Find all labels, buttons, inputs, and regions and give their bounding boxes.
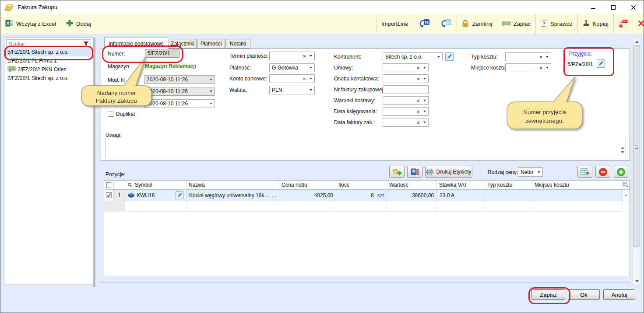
- invoice-list-item[interactable]: 5/FZ/20/1 Sitech sp. z o.o.: [5, 48, 92, 56]
- column-chooser-button[interactable]: [623, 181, 630, 190]
- osoba-dropdown[interactable]: ×: [383, 74, 429, 83]
- close-document-button[interactable]: Zamknij: [457, 14, 497, 34]
- generate-pz-button[interactable]: PZ: [413, 14, 435, 34]
- empty-cell[interactable]: [336, 201, 387, 212]
- clear-icon[interactable]: ×: [303, 76, 306, 82]
- ilosc-cell[interactable]: 8 szt: [336, 190, 387, 201]
- header-stawka-vat[interactable]: Stawka VAT: [437, 181, 485, 190]
- scrollbar-thumb[interactable]: [633, 45, 640, 247]
- textarea-scroll-up-icon[interactable]: [621, 139, 624, 147]
- cancel-button[interactable]: Anuluj: [603, 289, 635, 300]
- header-cena-netto[interactable]: Cena netto: [279, 181, 336, 190]
- nazwa-cell[interactable]: Kocioł węglowy uniwersalny 16k... ...: [187, 190, 279, 201]
- umowy-dropdown[interactable]: ×: [383, 63, 429, 72]
- search-input[interactable]: [7, 41, 83, 47]
- empty-cell[interactable]: [279, 201, 336, 212]
- empty-cell[interactable]: [387, 201, 437, 212]
- save-button[interactable]: Zapisz: [531, 289, 565, 300]
- termin-dropdown[interactable]: ×: [269, 52, 315, 60]
- clear-icon[interactable]: ×: [416, 76, 420, 82]
- nazwa-ellipsis-button[interactable]: ...: [272, 192, 276, 198]
- empty-cell[interactable]: [532, 201, 623, 212]
- kontrahent-edit-button[interactable]: [445, 52, 454, 61]
- przyjecia-edit-button[interactable]: [597, 59, 605, 68]
- export-excel-button[interactable]: [577, 166, 592, 178]
- copy-button[interactable]: Kopiuj: [578, 14, 613, 34]
- clear-icon[interactable]: ×: [416, 98, 420, 104]
- nr-faktury-input[interactable]: [383, 85, 429, 94]
- pay-button[interactable]: Zapłać: [497, 14, 535, 34]
- close-button[interactable]: [623, 0, 644, 14]
- header-select-all[interactable]: [104, 181, 114, 190]
- clear-icon[interactable]: ×: [539, 54, 542, 60]
- stawka-vat-cell[interactable]: 23,0 A: [437, 190, 485, 201]
- fzk-document-button[interactable]: FZK!: [614, 14, 633, 34]
- symbol-edit-button[interactable]: [176, 191, 183, 199]
- przyjecia-value[interactable]: 5/PZa/20/1: [567, 61, 593, 67]
- duplikat-checkbox[interactable]: [108, 111, 113, 117]
- clear-icon[interactable]: ×: [416, 109, 420, 115]
- importline-button[interactable]: ImportLine: [377, 14, 413, 34]
- typ-kosztu-cell[interactable]: [485, 190, 532, 201]
- tab-zalaczniki[interactable]: Załączniki: [169, 39, 197, 49]
- row-checkbox[interactable]: [106, 192, 112, 198]
- miejsce-kosztu-dropdown[interactable]: ×: [505, 63, 551, 72]
- main-scrollbar[interactable]: [633, 38, 641, 285]
- kontrahent-dropdown[interactable]: Sitech sp. z o.o.: [383, 52, 443, 61]
- header-typ-kosztu[interactable]: Typ kosztu: [485, 181, 532, 190]
- tab-platnosci[interactable]: Płatności: [197, 39, 225, 49]
- tab-informacje-podstawowe[interactable]: Informacje podstawowe: [104, 38, 168, 49]
- ok-button[interactable]: Ok: [568, 289, 600, 300]
- invoice-list-item[interactable]: 1/FZ/20/1 PL Firma 1: [5, 56, 92, 65]
- remove-row-button[interactable]: [595, 166, 610, 178]
- maximize-button[interactable]: [603, 0, 623, 14]
- print-labels-button[interactable]: Drukuj Etykiety: [425, 166, 472, 178]
- empty-cell[interactable]: [187, 201, 279, 212]
- empty-cell[interactable]: [437, 201, 485, 212]
- header-miejsce-kosztu[interactable]: Miejsce kosztu: [532, 181, 623, 190]
- generate-zd-button[interactable]: ZD: [435, 14, 457, 34]
- scroll-down-button[interactable]: [633, 278, 640, 285]
- table-scroll-up[interactable]: [623, 190, 630, 201]
- select-all-checkbox[interactable]: [106, 182, 111, 188]
- rodzaj-ceny-dropdown[interactable]: Netto: [518, 167, 543, 177]
- invoice-list-item[interactable]: 2/FZ/20/2 PKN Orlen: [5, 65, 92, 74]
- delete-button[interactable]: Usuń: [633, 14, 644, 34]
- filter-funnel-icon[interactable]: [83, 41, 89, 47]
- platnosc-dropdown[interactable]: G Gotówka: [269, 63, 315, 72]
- clear-icon[interactable]: ×: [416, 65, 420, 71]
- minimize-button[interactable]: [583, 0, 603, 14]
- wartosc-cell[interactable]: 38600,00: [387, 190, 437, 201]
- add-row-button[interactable]: [614, 166, 628, 178]
- empty-cell[interactable]: [485, 201, 532, 212]
- data-faktury-dropdown[interactable]: ×: [383, 118, 429, 127]
- waluta-dropdown[interactable]: PLN: [269, 86, 315, 94]
- clear-icon[interactable]: ×: [303, 53, 306, 59]
- barcode-device-button[interactable]: [407, 166, 422, 178]
- typ-kosztu-dropdown[interactable]: ×: [505, 52, 551, 61]
- chevron-down-icon: [423, 67, 426, 69]
- add-button[interactable]: Dodaj: [61, 14, 96, 34]
- cena-netto-cell[interactable]: 4825,00: [279, 190, 336, 201]
- row-select-cell[interactable]: [104, 190, 114, 201]
- symbol-cell[interactable]: KWU16: [125, 190, 187, 201]
- header-symbol[interactable]: Symbol: [125, 181, 187, 190]
- warunki-dropdown[interactable]: ×: [383, 96, 429, 105]
- scroll-up-button[interactable]: [633, 38, 640, 45]
- empty-cell[interactable]: [125, 201, 187, 212]
- invoice-list-item[interactable]: 2/FZ/20/1 Sitech sp. z o.o.: [5, 74, 92, 83]
- header-wartosc[interactable]: Wartość: [387, 181, 437, 190]
- tab-notatki[interactable]: Notatki: [225, 39, 250, 49]
- check-button[interactable]: ? Sprawdź: [536, 14, 577, 34]
- coins-transfer-button[interactable]: [389, 166, 405, 178]
- textarea-scroll-down-icon[interactable]: [621, 153, 624, 161]
- header-ilosc[interactable]: Ilość: [336, 181, 387, 190]
- clear-icon[interactable]: ×: [416, 120, 420, 125]
- miejsce-kosztu-cell[interactable]: [532, 190, 623, 201]
- data-ksiegowania-dropdown[interactable]: ×: [383, 107, 429, 116]
- clear-icon[interactable]: ×: [539, 65, 542, 71]
- header-nazwa[interactable]: Nazwa: [187, 181, 279, 190]
- konto-dropdown[interactable]: ×: [269, 74, 315, 83]
- uwagi-textarea[interactable]: [105, 138, 626, 158]
- load-from-excel-button[interactable]: X Wczytaj z Excel: [0, 14, 61, 34]
